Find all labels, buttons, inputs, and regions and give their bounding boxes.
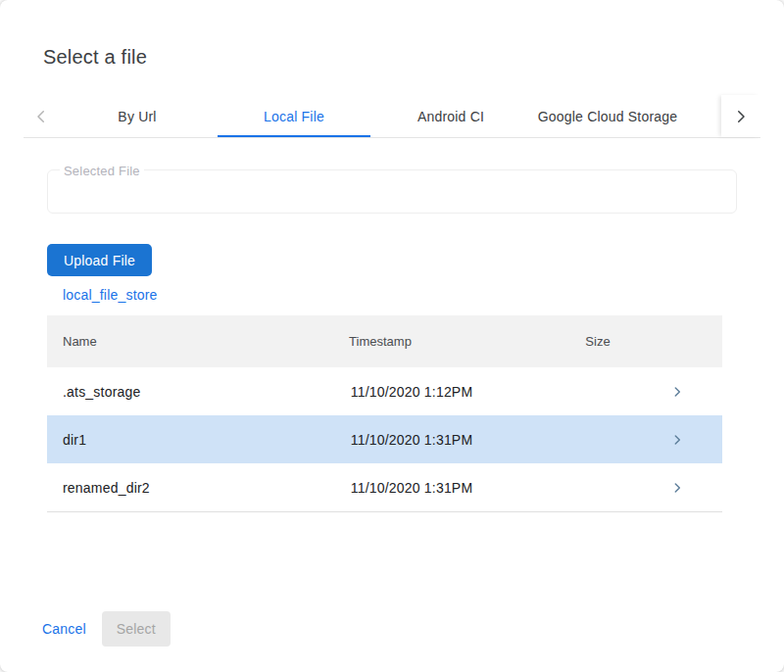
table-row[interactable]: dir1 11/10/2020 1:31PM: [47, 415, 722, 463]
tab-local-file[interactable]: Local File: [216, 95, 372, 137]
file-table: Name Timestamp Size .ats_storage 11/10/2…: [47, 315, 722, 512]
select-button[interactable]: Select: [102, 611, 171, 647]
table-row[interactable]: .ats_storage 11/10/2020 1:12PM: [47, 367, 722, 415]
tab-content: Selected File Upload File local_file_sto…: [47, 169, 737, 512]
tab-bar: By Url Local File Android CI Google Clou…: [24, 95, 760, 138]
tab-label: Local File: [264, 109, 324, 124]
table-row[interactable]: renamed_dir2 11/10/2020 1:31PM: [47, 463, 722, 511]
file-name: dir1: [47, 432, 294, 448]
file-name: .ats_storage: [47, 384, 294, 400]
column-header-size: Size: [529, 334, 666, 349]
cancel-button[interactable]: Cancel: [30, 611, 98, 647]
selected-file-field: Selected File: [47, 169, 737, 214]
chevron-right-icon[interactable]: [670, 481, 684, 495]
upload-file-label: Upload File: [64, 253, 135, 268]
chevron-right-icon: [732, 108, 750, 125]
upload-file-button[interactable]: Upload File: [47, 244, 152, 276]
select-file-dialog: Select a file By Url Local File Android …: [0, 0, 784, 672]
tab-by-url[interactable]: By Url: [59, 95, 216, 137]
file-timestamp: 11/10/2020 1:31PM: [294, 480, 529, 496]
table-header-row: Name Timestamp Size: [47, 315, 722, 367]
column-header-timestamp: Timestamp: [294, 334, 529, 349]
page-title: Select a file: [43, 45, 741, 69]
chevron-right-icon[interactable]: [670, 433, 684, 447]
file-timestamp: 11/10/2020 1:31PM: [294, 432, 529, 448]
tab-android-ci[interactable]: Android CI: [372, 95, 529, 137]
local-file-store-link[interactable]: local_file_store: [63, 287, 158, 303]
tabs-next-button[interactable]: [721, 95, 760, 137]
tab-label: Android CI: [417, 109, 484, 124]
tab-label: Google Cloud Storage: [538, 109, 678, 124]
tab-label: By Url: [118, 109, 156, 124]
file-name: renamed_dir2: [47, 480, 294, 496]
tab-google-cloud-storage[interactable]: Google Cloud Storage: [529, 95, 686, 137]
file-timestamp: 11/10/2020 1:12PM: [294, 384, 529, 400]
dialog-actions: Cancel Select: [30, 611, 171, 647]
selected-file-input[interactable]: [48, 170, 736, 213]
selected-file-label: Selected File: [60, 164, 144, 178]
tabs-prev-button[interactable]: [24, 95, 59, 137]
chevron-right-icon[interactable]: [670, 385, 684, 399]
chevron-left-icon: [32, 108, 50, 125]
column-header-name: Name: [47, 334, 294, 349]
